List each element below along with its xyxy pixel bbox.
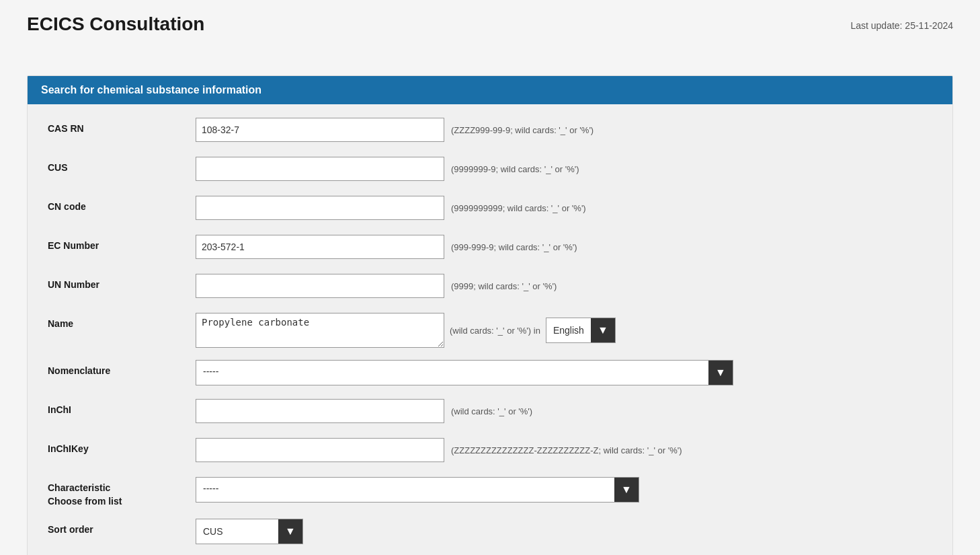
- inchi-hint: (wild cards: '_' or '%'): [451, 406, 532, 416]
- inchikey-input[interactable]: [196, 438, 444, 462]
- un-number-row: UN Number (9999; wild cards: '_' or '%'): [48, 274, 932, 301]
- cas-rn-row: CAS RN (ZZZZ999-99-9; wild cards: '_' or…: [48, 118, 932, 145]
- ec-number-hint: (999-999-9; wild cards: '_' or '%'): [451, 242, 577, 252]
- ec-number-input[interactable]: [196, 235, 444, 259]
- un-number-hint: (9999; wild cards: '_' or '%'): [451, 281, 557, 291]
- nomenclature-row: Nomenclature ----- ▼: [48, 360, 932, 387]
- search-panel-body: CAS RN (ZZZZ999-99-9; wild cards: '_' or…: [28, 104, 952, 555]
- nomenclature-dropdown-button[interactable]: ▼: [708, 361, 733, 385]
- inchi-input[interactable]: [196, 399, 444, 423]
- characteristic-label-wrapper: Characteristic Choose from list: [48, 477, 196, 507]
- ec-number-control: (999-999-9; wild cards: '_' or '%'): [196, 235, 932, 259]
- last-update-label: Last update: 25-11-2024: [850, 20, 953, 31]
- cus-row: CUS (9999999-9; wild cards: '_' or '%'): [48, 157, 932, 184]
- chevron-down-icon: ▼: [621, 484, 632, 496]
- nomenclature-label: Nomenclature: [48, 360, 196, 376]
- chevron-down-icon: ▼: [715, 367, 726, 379]
- search-panel-header: Search for chemical substance informatio…: [28, 76, 952, 104]
- cus-input[interactable]: [196, 157, 444, 181]
- language-value: English: [546, 321, 591, 340]
- un-number-label: UN Number: [48, 274, 196, 290]
- cn-code-label: CN code: [48, 196, 196, 212]
- name-row: Name Propylene carbonate (wild cards: '_…: [48, 313, 932, 348]
- cus-label: CUS: [48, 157, 196, 173]
- inchikey-control: (ZZZZZZZZZZZZZZZ-ZZZZZZZZZZ-Z; wild card…: [196, 438, 932, 462]
- nomenclature-control: ----- ▼: [196, 360, 932, 385]
- cn-code-hint: (9999999999; wild cards: '_' or '%'): [451, 203, 586, 213]
- characteristic-value: -----: [196, 478, 614, 502]
- inchi-row: InChI (wild cards: '_' or '%'): [48, 399, 932, 426]
- inchikey-hint: (ZZZZZZZZZZZZZZZ-ZZZZZZZZZZ-Z; wild card…: [451, 445, 682, 455]
- characteristic-row: Characteristic Choose from list ----- ▼: [48, 477, 932, 507]
- cas-rn-input[interactable]: [196, 118, 444, 142]
- un-number-control: (9999; wild cards: '_' or '%'): [196, 274, 932, 298]
- characteristic-control: ----- ▼: [196, 477, 932, 503]
- cus-control: (9999999-9; wild cards: '_' or '%'): [196, 157, 932, 181]
- choose-from-list-label: Choose from list: [48, 493, 196, 507]
- sort-order-label: Sort order: [48, 519, 196, 535]
- inchi-label: InChI: [48, 399, 196, 415]
- characteristic-dropdown-button[interactable]: ▼: [614, 478, 639, 502]
- page-title: ECICS Consultation: [27, 13, 204, 35]
- ec-number-label: EC Number: [48, 235, 196, 251]
- inchikey-label: InChIKey: [48, 438, 196, 454]
- sort-order-wrapper: CUS ▼: [196, 519, 303, 544]
- sort-order-value: CUS: [196, 521, 278, 542]
- inchi-control: (wild cards: '_' or '%'): [196, 399, 932, 423]
- sort-order-dropdown-button[interactable]: ▼: [278, 519, 302, 544]
- characteristic-label: Characteristic: [48, 482, 196, 493]
- sort-order-row: Sort order CUS ▼: [48, 519, 932, 546]
- cn-code-row: CN code (9999999999; wild cards: '_' or …: [48, 196, 932, 223]
- name-control: Propylene carbonate (wild cards: '_' or …: [196, 313, 932, 348]
- name-input[interactable]: Propylene carbonate: [196, 313, 444, 348]
- chevron-down-icon: ▼: [598, 324, 608, 336]
- cus-hint: (9999999-9; wild cards: '_' or '%'): [451, 164, 579, 174]
- cn-code-control: (9999999999; wild cards: '_' or '%'): [196, 196, 932, 220]
- cas-rn-label: CAS RN: [48, 118, 196, 134]
- nomenclature-value: -----: [196, 361, 708, 385]
- sort-order-control: CUS ▼: [196, 519, 932, 544]
- inchikey-row: InChIKey (ZZZZZZZZZZZZZZZ-ZZZZZZZZZZ-Z; …: [48, 438, 932, 465]
- nomenclature-wrapper: ----- ▼: [196, 360, 733, 385]
- cas-rn-hint: (ZZZZ999-99-9; wild cards: '_' or '%'): [451, 125, 594, 135]
- ec-number-row: EC Number (999-999-9; wild cards: '_' or…: [48, 235, 932, 262]
- cas-rn-control: (ZZZZ999-99-9; wild cards: '_' or '%'): [196, 118, 932, 142]
- chevron-down-icon: ▼: [285, 525, 296, 538]
- language-select-wrapper: English ▼: [546, 318, 616, 343]
- un-number-input[interactable]: [196, 274, 444, 298]
- language-dropdown-button[interactable]: ▼: [591, 318, 615, 342]
- name-label: Name: [48, 313, 196, 329]
- name-hint: (wild cards: '_' or '%') in: [450, 326, 540, 336]
- search-panel: Search for chemical substance informatio…: [27, 75, 953, 555]
- characteristic-wrapper: ----- ▼: [196, 477, 639, 503]
- cn-code-input[interactable]: [196, 196, 444, 220]
